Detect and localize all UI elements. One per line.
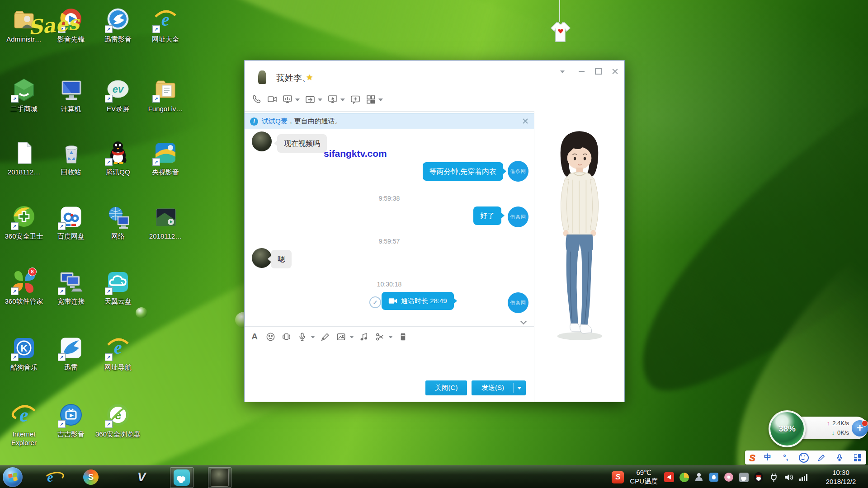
start-button[interactable] xyxy=(3,467,23,487)
tray-flower-icon[interactable] xyxy=(723,472,734,483)
desktop-icon-video-file[interactable]: 2018112… xyxy=(142,203,189,241)
desktop-icon-wangzhidaquan[interactable]: e 网址大全 xyxy=(142,6,189,44)
chevron-down-icon[interactable] xyxy=(388,336,393,340)
emoji-icon[interactable] xyxy=(265,331,276,342)
video-call-icon[interactable] xyxy=(266,94,278,105)
ime-mode-chinese[interactable]: 中 xyxy=(759,453,776,462)
window-shake-icon[interactable] xyxy=(281,331,292,342)
chevron-down-icon[interactable] xyxy=(340,99,345,103)
close-chat-button[interactable]: 关闭(C) xyxy=(425,380,467,395)
tray-power-plug-icon[interactable] xyxy=(768,472,779,483)
volume-icon[interactable] xyxy=(783,472,794,483)
desktop-icon-360-safeguard[interactable]: 360安全卫士 xyxy=(0,203,48,241)
desktop-icon-wangzhidaohang[interactable]: e 网址导航 xyxy=(94,334,142,372)
memory-ball[interactable]: 38% xyxy=(769,410,806,447)
tray-cloud-icon[interactable] xyxy=(738,472,749,483)
self-avatar[interactable]: 借条网 xyxy=(508,161,528,182)
desktop-icon-tencent-qq[interactable]: 腾讯QQ xyxy=(94,139,142,177)
message-input-area[interactable] xyxy=(245,344,534,380)
taskbar-qq-chat[interactable] xyxy=(208,467,231,488)
desktop-icon-360-browser[interactable]: e 360安全浏览器 xyxy=(94,401,142,439)
tray-megaphone-icon[interactable] xyxy=(664,472,675,483)
window-menu-button[interactable] xyxy=(557,67,568,76)
desktop-icon-recycle-bin[interactable]: 回收站 xyxy=(47,139,95,177)
dismiss-notice-icon[interactable] xyxy=(521,117,529,125)
peer-avatar[interactable] xyxy=(252,67,272,87)
desktop-icon-xunlei-player[interactable]: 迅雷影音 xyxy=(94,6,142,44)
desktop-icon-broadband[interactable]: 宽带连接 xyxy=(47,268,95,306)
image-icon[interactable] xyxy=(335,331,346,342)
desktop-icon-fungolive[interactable]: FungoLiv… xyxy=(142,76,189,113)
voice-call-icon[interactable] xyxy=(251,94,263,105)
font-style-icon[interactable] xyxy=(249,331,260,342)
create-group-icon[interactable] xyxy=(349,94,361,105)
shortcut-arrow-icon xyxy=(105,25,113,33)
desktop-icon-internet-explorer[interactable]: e Internet Explorer xyxy=(0,401,48,447)
desktop-icon-baidu-netdisk[interactable]: 百度网盘 xyxy=(47,203,95,241)
peer-avatar[interactable] xyxy=(252,131,272,151)
qmic-link[interactable]: 试试Q麦 xyxy=(262,117,288,126)
ime-emoji-icon[interactable] xyxy=(795,453,812,463)
music-icon[interactable] xyxy=(359,331,369,342)
taskbar-vagaa[interactable]: V xyxy=(130,467,153,487)
send-file-icon[interactable] xyxy=(304,94,316,105)
send-button[interactable]: 发送(S) xyxy=(472,380,526,395)
chevron-down-icon[interactable] xyxy=(378,99,383,103)
desktop-icon-ershoushangcheng[interactable]: 二手商城 xyxy=(0,76,48,113)
shortcut-arrow-icon xyxy=(105,95,113,103)
apps-grid-icon[interactable] xyxy=(365,94,377,105)
screenshot-scissors-icon[interactable] xyxy=(374,331,385,342)
desktop-icon-tianyi-cloud[interactable]: 天翼云盘 xyxy=(94,268,142,306)
shortcut-arrow-icon xyxy=(58,353,66,361)
taskbar-cloud-app[interactable] xyxy=(170,467,193,488)
desktop-icon-textfile[interactable]: 2018112… xyxy=(0,139,48,177)
taskbar-clock[interactable]: 10:302018/12/2 xyxy=(816,468,865,487)
chevron-down-icon[interactable] xyxy=(318,99,322,103)
minimize-button[interactable] xyxy=(576,67,587,76)
desktop-icon-ev-recorder[interactable]: ev EV录屏 xyxy=(94,76,142,113)
ime-punctuation-icon[interactable]: °, xyxy=(777,454,794,462)
self-avatar[interactable]: 借条网 xyxy=(508,206,528,227)
chevron-down-icon[interactable] xyxy=(311,336,315,340)
desktop-icon-kugou-music[interactable]: K 酷狗音乐 xyxy=(0,334,48,372)
sogou-tray-icon[interactable]: S xyxy=(612,471,624,483)
accelerate-button[interactable] xyxy=(852,420,868,436)
voice-message-icon[interactable] xyxy=(297,331,307,342)
update-count-badge: 8 xyxy=(28,267,37,276)
red-packet-icon[interactable]: ¥ xyxy=(397,331,408,342)
ime-toolbox-icon[interactable] xyxy=(849,454,866,461)
taskbar-ie[interactable]: e xyxy=(39,467,61,487)
desktop-icon-computer[interactable]: 计算机 xyxy=(47,76,95,113)
sogou-ime-bar[interactable]: S 中 °, xyxy=(745,450,866,465)
screen-share-icon[interactable] xyxy=(282,94,293,105)
self-avatar[interactable]: 借条网 xyxy=(508,292,528,313)
chevron-down-icon[interactable] xyxy=(295,99,300,103)
tshirt-gadget[interactable] xyxy=(545,0,576,49)
scroll-to-bottom-icon[interactable] xyxy=(520,318,527,324)
360-browser-icon: e xyxy=(104,401,132,428)
desktop-icon-360-software-manager[interactable]: 8 360软件管家 xyxy=(0,268,48,306)
call-delivered-check-icon xyxy=(369,296,381,308)
desktop-icon-network[interactable]: 网络 xyxy=(94,203,142,241)
close-window-button[interactable] xyxy=(609,67,621,76)
doodle-icon[interactable] xyxy=(320,331,330,342)
tray-blue-app-icon[interactable] xyxy=(708,472,719,483)
remote-desktop-icon[interactable] xyxy=(327,94,339,105)
chat-toolbar xyxy=(251,92,387,107)
network-signal-icon[interactable] xyxy=(798,472,809,483)
tray-user-icon[interactable] xyxy=(693,472,704,483)
ime-handwriting-icon[interactable] xyxy=(813,453,830,462)
shortcut-arrow-icon xyxy=(152,95,160,103)
tray-qq-icon[interactable] xyxy=(753,472,764,483)
desktop-icon-jiji-player[interactable]: 吉吉影音 xyxy=(47,401,95,439)
taskbar-sogou-browser[interactable]: S xyxy=(80,467,102,487)
sogou-logo-icon[interactable]: S xyxy=(746,452,758,464)
desktop-icon-cctv-video[interactable]: 央视影音 xyxy=(142,139,189,177)
desktop-icon-xunlei[interactable]: 迅雷 xyxy=(47,334,95,372)
ime-voice-icon[interactable] xyxy=(831,453,848,462)
vip-star-icon[interactable] xyxy=(306,73,313,82)
maximize-button[interactable] xyxy=(593,67,604,76)
tray-360-icon[interactable] xyxy=(679,472,689,483)
send-options-icon[interactable] xyxy=(517,387,522,392)
chevron-down-icon[interactable] xyxy=(349,336,354,340)
